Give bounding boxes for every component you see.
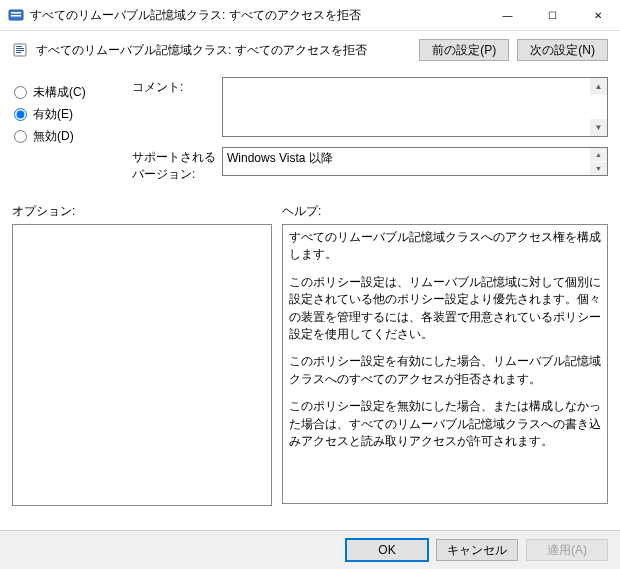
comment-value — [223, 78, 607, 82]
scroll-up-icon[interactable]: ▲ — [590, 78, 607, 95]
options-label: オプション: — [12, 203, 282, 220]
ok-button[interactable]: OK — [346, 539, 428, 561]
svg-rect-5 — [16, 48, 24, 49]
window-title: すべてのリムーバブル記憶域クラス: すべてのアクセスを拒否 — [30, 7, 485, 24]
scroll-down-icon[interactable]: ▼ — [590, 162, 607, 175]
svg-rect-4 — [16, 46, 22, 47]
maximize-button[interactable]: ☐ — [530, 0, 575, 30]
policy-header-area: すべてのリムーバブル記憶域クラス: すべてのアクセスを拒否 前の設定(P) 次の… — [0, 31, 620, 193]
minimize-button[interactable]: — — [485, 0, 530, 30]
window-controls: — ☐ ✕ — [485, 0, 620, 30]
radio-enabled-label: 有効(E) — [33, 106, 73, 123]
help-paragraph: このポリシー設定を有効にした場合、リムーバブル記憶域クラスへのすべてのアクセスが… — [289, 353, 601, 388]
comment-textbox[interactable]: ▲ ▼ — [222, 77, 608, 137]
options-panel — [12, 224, 272, 506]
previous-setting-button[interactable]: 前の設定(P) — [419, 39, 509, 61]
help-label: ヘルプ: — [282, 203, 321, 220]
dialog-button-bar: OK キャンセル 適用(A) — [0, 530, 620, 569]
radio-enabled-input[interactable] — [14, 108, 27, 121]
policy-editor-window: すべてのリムーバブル記憶域クラス: すべてのアクセスを拒否 — ☐ ✕ すべての… — [0, 0, 620, 569]
scroll-up-icon[interactable]: ▲ — [590, 148, 607, 161]
app-icon — [8, 7, 24, 23]
svg-rect-1 — [11, 12, 21, 14]
help-panel: すべてのリムーバブル記憶域クラスへのアクセス権を構成します。 このポリシー設定は… — [282, 224, 608, 504]
supported-value: Windows Vista 以降 — [223, 148, 607, 169]
svg-rect-7 — [16, 52, 21, 53]
help-paragraph: すべてのリムーバブル記憶域クラスへのアクセス権を構成します。 — [289, 229, 601, 264]
titlebar: すべてのリムーバブル記憶域クラス: すべてのアクセスを拒否 — ☐ ✕ — [0, 0, 620, 31]
help-paragraph: このポリシー設定を無効にした場合、または構成しなかった場合は、すべてのリムーバブ… — [289, 398, 601, 450]
supported-label: サポートされるバージョン: — [132, 147, 222, 183]
next-setting-button[interactable]: 次の設定(N) — [517, 39, 608, 61]
svg-rect-6 — [16, 50, 24, 51]
supported-textbox: Windows Vista 以降 ▲ ▼ — [222, 147, 608, 176]
radio-enabled[interactable]: 有効(E) — [12, 103, 132, 125]
radio-disabled-label: 無効(D) — [33, 128, 74, 145]
policy-icon — [12, 42, 28, 58]
radio-not-configured[interactable]: 未構成(C) — [12, 81, 132, 103]
comment-label: コメント: — [132, 77, 222, 96]
state-radio-group: 未構成(C) 有効(E) 無効(D) — [12, 77, 132, 189]
sections-body: すべてのリムーバブル記憶域クラスへのアクセス権を構成します。 このポリシー設定は… — [0, 224, 620, 524]
help-paragraph: このポリシー設定は、リムーバブル記憶域に対して個別に設定されている他のポリシー設… — [289, 274, 601, 344]
radio-disabled-input[interactable] — [14, 130, 27, 143]
radio-disabled[interactable]: 無効(D) — [12, 125, 132, 147]
scroll-down-icon[interactable]: ▼ — [590, 119, 607, 136]
policy-title: すべてのリムーバブル記憶域クラス: すべてのアクセスを拒否 — [36, 42, 411, 59]
svg-rect-2 — [11, 15, 21, 17]
close-button[interactable]: ✕ — [575, 0, 620, 30]
apply-button: 適用(A) — [526, 539, 608, 561]
sections-headers: オプション: ヘルプ: — [0, 203, 620, 220]
radio-not-configured-label: 未構成(C) — [33, 84, 86, 101]
cancel-button[interactable]: キャンセル — [436, 539, 518, 561]
radio-not-configured-input[interactable] — [14, 86, 27, 99]
